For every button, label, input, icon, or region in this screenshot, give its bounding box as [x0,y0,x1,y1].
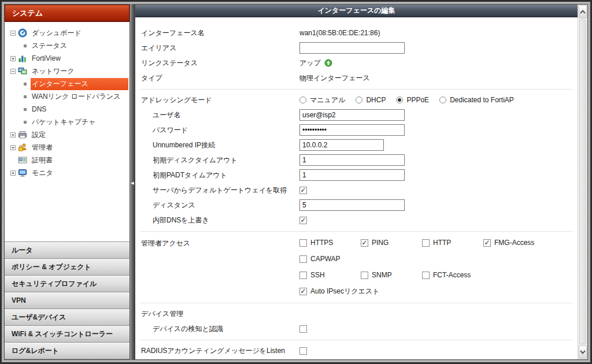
unnumbered-ip-input[interactable] [299,139,384,151]
admin-access-checkbox-grid: HTTPS✓PINGHTTP✓FMG-AccessCAPWAPSSHSNMPFC… [299,235,534,299]
accordion-section[interactable]: ポリシー & オブジェクト [5,259,130,276]
section-separator [140,89,573,90]
bullet-icon [24,95,27,98]
checkbox[interactable] [361,272,368,279]
bullet-icon [24,108,27,111]
collapse-sidebar-icon[interactable]: ◀ [130,177,135,189]
tree-item-label[interactable]: インターフェース [31,78,128,90]
admin-access-checkbox-row: ✓Auto IPsecリクエスト [299,283,534,299]
scroll-down-icon[interactable] [579,346,587,359]
device-detect-row: デバイスの検知と認識 [135,321,578,336]
default-gateway-checkbox[interactable]: ✓ [299,187,307,194]
checkbox[interactable]: ✓ [483,239,491,247]
tree-item: DNS [9,103,130,116]
distance-label: ディスタンス [135,200,299,210]
checkbox[interactable] [299,239,307,247]
network-icon [18,66,28,76]
device-detect-checkbox[interactable] [299,325,307,333]
collapse-toggle-icon[interactable]: − [10,69,16,74]
collapse-toggle-icon[interactable]: − [10,31,16,36]
interface-name-row: インターフェース名 wan1(08:5B:0E:DE:21:86) [135,25,578,40]
alias-input[interactable] [299,42,405,54]
radio-button[interactable] [356,96,362,103]
admin-access-option: ✓PING [361,239,422,247]
scrollbar-thumb[interactable] [579,20,586,344]
checkbox[interactable] [299,272,307,279]
tree-item: WANリンク ロードバランス [9,90,130,103]
admin-access-option: FCT-Access [422,271,471,279]
tree-item-label[interactable]: モニタ [31,167,57,179]
expand-toggle-icon[interactable]: + [10,145,16,150]
admin-access-label: 管理者アクセス [135,235,299,248]
expand-toggle-icon[interactable]: + [10,132,16,138]
username-row: ユーザ名 [135,107,578,122]
tree-item-label[interactable]: ダッシュボード [31,27,85,39]
username-label: ユーザ名 [135,110,299,120]
nav-tree: −ダッシュボードステータス+FortiView−ネットワークインターフェースWA… [5,22,130,242]
addressing-mode-label: アドレッシングモード [135,95,299,105]
checkbox-label: SNMP [372,271,392,279]
device-detect-label: デバイスの検知と認識 [135,324,299,334]
password-input[interactable] [299,124,405,136]
admin-access-option: CAPWAP [299,255,341,263]
initial-disc-timeout-input[interactable] [299,154,405,166]
certificate-icon [18,155,28,165]
radio-button[interactable] [396,96,403,103]
device-mgmt-label: デバイス管理 [135,309,299,319]
initial-padt-timeout-input[interactable] [299,169,405,181]
tree-item-label[interactable]: パケットキャプチャ [31,116,99,128]
radio-button[interactable] [439,96,446,103]
expand-toggle-icon[interactable]: + [10,56,16,61]
checkbox-label: HTTPS [310,239,333,247]
radio-button[interactable] [299,96,306,103]
accordion-section[interactable]: WiFi & スイッチコントローラー [5,326,130,343]
password-row: パスワード [135,122,578,138]
username-input[interactable] [299,109,405,121]
tree-item: インターフェース [9,77,130,90]
interface-name-label: インターフェース名 [135,28,299,38]
admin-access-checkbox-row: HTTPS✓PINGHTTP✓FMG-Access [299,235,534,251]
scroll-up-icon[interactable] [579,5,587,18]
addressing-mode-option: マニュアル [299,95,345,105]
checkbox[interactable] [422,272,430,279]
password-label: パスワード [135,125,299,135]
initial-disc-timeout-row: 初期ディスクタイムアウト [135,153,578,168]
sidebar-splitter[interactable]: ◀ [130,4,135,360]
interface-name-value: wan1(08:5B:0E:DE:21:86) [299,29,380,37]
accordion-section[interactable]: ユーザ&デバイス [5,309,130,326]
override-dns-row: 内部DNSを上書き ✓ [135,213,578,228]
vertical-scrollbar[interactable] [578,5,587,359]
checkbox[interactable]: ✓ [361,239,368,247]
distance-input[interactable] [299,199,405,211]
tree-item-label[interactable]: ネットワーク [31,65,77,77]
checkbox-label: FCT-Access [433,271,471,279]
bullet-icon [24,44,27,47]
interface-edit-form: インターフェース名 wan1(08:5B:0E:DE:21:86) エイリアス … [135,17,578,359]
tree-item-label[interactable]: DNS [31,104,50,114]
default-gateway-row: サーバからデフォルトゲートウェイを取得 ✓ [135,183,578,198]
admin-access-option: HTTPS [299,239,361,247]
checkbox[interactable]: ✓ [299,288,307,295]
radio-label: マニュアル [310,95,345,105]
bullet-icon [24,83,27,86]
tree-item-label[interactable]: 管理者 [31,142,56,154]
tree-item-label[interactable]: FortiView [31,53,64,64]
expand-toggle-icon[interactable]: + [10,170,16,176]
dashboard-icon [18,28,28,38]
tree-item-label[interactable]: WANリンク ロードバランス [31,91,124,103]
accordion-section[interactable]: ログ&レポート [5,343,130,359]
tree-item-label[interactable]: 設定 [31,129,49,141]
radius-listen-checkbox[interactable] [299,347,307,355]
override-dns-checkbox[interactable]: ✓ [299,217,307,224]
accordion-section[interactable]: ルータ [5,242,130,259]
checkbox[interactable] [422,239,430,247]
radius-listen-row: RADIUSアカウンティングメッセージをListen [135,343,578,358]
bullet-icon [24,121,27,124]
sidebar-header-system[interactable]: システム [5,5,130,22]
tree-item-label[interactable]: 証明書 [31,154,56,166]
tree-item-label[interactable]: ステータス [31,40,71,52]
accordion-section[interactable]: VPN [5,292,130,309]
accordion-section[interactable]: セキュリティプロファイル [5,276,130,292]
checkbox[interactable] [299,255,307,263]
admin-access-option: SNMP [361,271,422,279]
